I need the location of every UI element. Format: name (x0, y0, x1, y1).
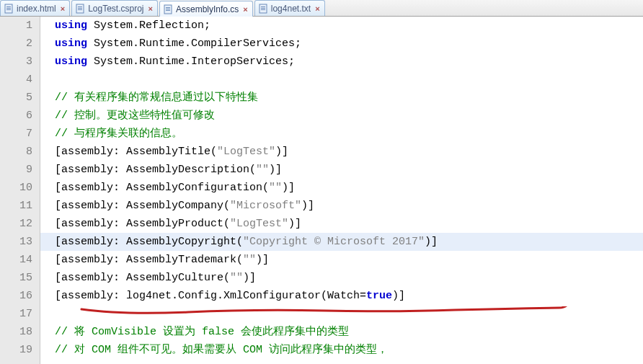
code-line: // 与程序集关联的信息。 (40, 125, 643, 143)
string: "" (269, 182, 282, 194)
code-line: using System.Runtime.CompilerServices; (40, 35, 643, 53)
keyword: true (366, 290, 392, 302)
code-line: [assembly: AssemblyTitle("LogTest")] (40, 143, 643, 161)
svg-rect-5 (78, 6, 82, 7)
svg-rect-13 (261, 6, 265, 7)
code-text: System.Runtime.CompilerServices; (87, 37, 301, 50)
code-line: [assembly: AssemblyTrademark("")] (40, 251, 643, 269)
line-number: 15 (0, 269, 32, 287)
tab-log4net-txt[interactable]: log4net.txt × (254, 0, 325, 16)
svg-rect-9 (166, 7, 170, 8)
code-text: )] (288, 218, 301, 230)
code-text: )] (392, 290, 405, 302)
code-text: )] (269, 164, 282, 176)
code-line: using System.Reflection; (40, 17, 643, 35)
code-line: [assembly: AssemblyCompany("Microsoft")] (40, 197, 643, 215)
svg-rect-1 (6, 6, 11, 7)
close-icon[interactable]: × (315, 4, 319, 13)
code-area[interactable]: using System.Reflection; using System.Ru… (40, 17, 643, 364)
keyword: using (55, 37, 87, 50)
code-line: // 对 COM 组件不可见。如果需要从 COM 访问此程序集中的类型， (40, 341, 643, 359)
code-text: )] (282, 182, 295, 194)
code-line: [assembly: AssemblyConfiguration("")] (40, 179, 643, 197)
code-line: [assembly: AssemblyProduct("LogTest")] (40, 215, 643, 233)
line-number: 10 (0, 179, 32, 197)
code-text: [assembly: AssemblyCulture( (55, 272, 230, 284)
string: "" (230, 272, 243, 284)
code-text: )] (301, 200, 314, 212)
tab-assemblyinfo-cs[interactable]: AssemblyInfo.cs × (159, 1, 253, 17)
code-text: [assembly: AssemblyProduct( (55, 218, 230, 230)
comment: // 对 COM 组件不可见。如果需要从 COM 访问此程序集中的类型， (55, 344, 388, 356)
comment: // 控制。更改这些特性值可修改 (55, 110, 215, 122)
code-line: // 将 ComVisible 设置为 false 会使此程序集中的类型 (40, 323, 643, 341)
editor: 12345678910111213141516171819 using Syst… (0, 17, 643, 364)
line-number: 17 (0, 305, 32, 323)
code-text: [assembly: AssemblyCompany( (55, 200, 230, 212)
svg-rect-3 (6, 9, 11, 10)
code-text: [assembly: AssemblyTitle( (55, 146, 217, 158)
keyword: using (55, 19, 87, 32)
line-number: 12 (0, 215, 32, 233)
close-icon[interactable]: × (243, 5, 247, 14)
line-number: 19 (0, 341, 32, 359)
string: "" (243, 254, 256, 266)
code-text: [assembly: AssemblyCopyright( (55, 236, 243, 248)
code-text: )] (425, 236, 438, 248)
code-text: [assembly: log4net.Config.XmlConfigurato… (55, 290, 366, 302)
line-number: 13 (0, 233, 32, 251)
tab-index-html[interactable]: index.html × (0, 0, 70, 16)
file-icon (75, 4, 85, 14)
line-number: 4 (0, 71, 32, 89)
line-number: 7 (0, 125, 32, 143)
code-line (40, 305, 643, 323)
tab-label: AssemblyInfo.cs (176, 4, 239, 14)
svg-rect-6 (78, 8, 82, 9)
tab-bar: index.html × LogTest.csproj × AssemblyIn… (0, 0, 643, 17)
code-text: System.Reflection; (87, 19, 210, 32)
svg-rect-15 (261, 9, 265, 10)
line-number: 3 (0, 53, 32, 71)
comment: // 有关程序集的常规信息通过以下特性集 (55, 92, 258, 104)
file-icon (258, 4, 268, 14)
line-number: 18 (0, 323, 32, 341)
line-number: 2 (0, 35, 32, 53)
line-number: 16 (0, 287, 32, 305)
line-number: 11 (0, 197, 32, 215)
comment: // 与程序集关联的信息。 (55, 128, 182, 140)
line-number: 1 (0, 17, 32, 35)
comment: // 将 ComVisible 设置为 false 会使此程序集中的类型 (55, 326, 349, 338)
code-text: [assembly: AssemblyDescription( (55, 164, 256, 176)
code-text: )] (256, 254, 269, 266)
string: "Copyright © Microsoft 2017" (243, 236, 425, 248)
code-line: [assembly: AssemblyDescription("")] (40, 161, 643, 179)
code-text: [assembly: AssemblyTrademark( (55, 254, 243, 266)
string: "LogTest" (217, 146, 275, 158)
code-line: [assembly: AssemblyCulture("")] (40, 269, 643, 287)
svg-rect-7 (78, 9, 82, 10)
code-line: // 有关程序集的常规信息通过以下特性集 (40, 89, 643, 107)
svg-rect-14 (261, 8, 265, 9)
line-number: 6 (0, 107, 32, 125)
svg-rect-2 (6, 8, 11, 9)
tab-logtest-csproj[interactable]: LogTest.csproj × (71, 0, 158, 16)
code-line-highlighted: [assembly: AssemblyCopyright("Copyright … (40, 233, 643, 251)
string: "" (256, 164, 269, 176)
close-icon[interactable]: × (148, 4, 153, 13)
code-text: [assembly: AssemblyConfiguration( (55, 182, 269, 194)
code-text: )] (243, 272, 256, 284)
string: "LogTest" (230, 218, 288, 230)
string: "Microsoft" (230, 200, 301, 212)
line-number: 8 (0, 143, 32, 161)
file-icon (4, 4, 14, 14)
line-number: 14 (0, 251, 32, 269)
keyword: using (55, 56, 87, 68)
code-line (40, 71, 643, 89)
code-line: [assembly: log4net.Config.XmlConfigurato… (40, 287, 643, 305)
code-text: )] (275, 146, 288, 158)
code-line: using System.Runtime.InteropServices; (40, 53, 643, 71)
close-icon[interactable]: × (61, 4, 65, 13)
code-line: // 控制。更改这些特性值可修改 (40, 107, 643, 125)
svg-rect-11 (166, 10, 170, 11)
code-text: System.Runtime.InteropServices; (87, 56, 295, 68)
